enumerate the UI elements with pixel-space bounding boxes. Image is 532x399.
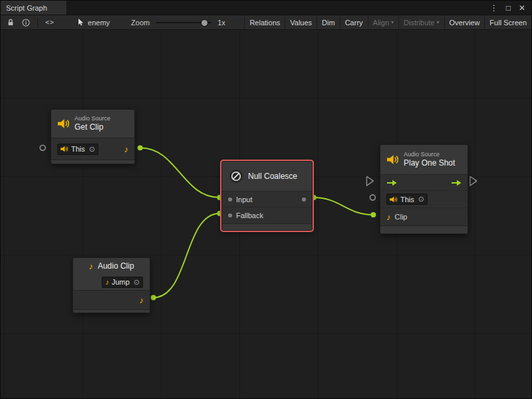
connection-endpoint[interactable] bbox=[151, 295, 156, 301]
audio-source-icon bbox=[390, 196, 398, 203]
node-footer bbox=[73, 309, 150, 313]
node-title: Null Coalesce bbox=[248, 172, 297, 181]
maximize-icon[interactable]: □ bbox=[506, 4, 511, 12]
control-input-arrow-icon[interactable] bbox=[386, 180, 397, 186]
zoom-label: Zoom bbox=[131, 19, 150, 27]
relations-button[interactable]: Relations bbox=[244, 15, 285, 29]
info-icon[interactable] bbox=[22, 19, 30, 27]
zoom-value: 1x bbox=[217, 19, 225, 27]
unconnected-input-port[interactable] bbox=[370, 195, 375, 200]
chevron-down-icon: ▾ bbox=[437, 20, 440, 25]
node-header: Audio Source Play One Shot bbox=[380, 145, 467, 174]
connection-endpoint[interactable] bbox=[138, 145, 143, 150]
node-header: Audio Source Get Clip bbox=[51, 110, 134, 138]
node-audio-clip[interactable]: ♪ Audio Clip ♪ Jump ⊙ ♪ bbox=[72, 257, 150, 313]
node-title: Play One Shot bbox=[404, 158, 455, 168]
window-controls: ⋮ □ ✕ bbox=[484, 1, 531, 15]
object-picker-icon[interactable]: ⊙ bbox=[89, 146, 95, 153]
audio-clip-port-icon[interactable]: ♪ bbox=[386, 213, 391, 221]
this-field-value: This bbox=[400, 196, 414, 203]
control-flow-row bbox=[380, 175, 467, 191]
lock-icon[interactable] bbox=[7, 19, 15, 27]
graph-toolbar: <> enemy Zoom 1x Relations Values Dim Ca… bbox=[1, 15, 531, 30]
clip-field-value: Jump bbox=[112, 278, 130, 286]
node-footer bbox=[380, 225, 467, 233]
node-row: ♪ bbox=[73, 291, 150, 309]
tab-bar: Script Graph ⋮ □ ✕ bbox=[1, 1, 531, 15]
port-label: Fallback bbox=[236, 211, 263, 219]
unconnected-input-port[interactable] bbox=[40, 145, 45, 150]
toolbar-divider bbox=[37, 18, 38, 27]
audio-clip-object-field[interactable]: ♪ Jump ⊙ bbox=[102, 277, 143, 288]
connection-wire[interactable] bbox=[314, 198, 374, 215]
zoom-control: Zoom 1x bbox=[131, 19, 225, 27]
audio-source-icon bbox=[58, 118, 70, 129]
node-header: ♪ Audio Clip bbox=[73, 258, 150, 274]
toolbar-left-group: <> bbox=[1, 18, 61, 27]
fullscreen-button[interactable]: Full Screen bbox=[484, 15, 531, 29]
distribute-button: Distribute ▾ bbox=[398, 15, 444, 29]
audio-clip-port-icon[interactable]: ♪ bbox=[124, 145, 129, 154]
node-title: Audio Clip bbox=[98, 261, 134, 271]
tab-script-graph[interactable]: Script Graph bbox=[1, 1, 67, 15]
audio-source-icon bbox=[387, 154, 399, 165]
port-label: Input bbox=[236, 196, 252, 203]
zoom-slider-handle[interactable] bbox=[201, 20, 207, 26]
node-null-coalesce[interactable]: Null Coalesce Input Fallback bbox=[221, 161, 313, 231]
node-footer bbox=[51, 160, 134, 164]
close-icon[interactable]: ✕ bbox=[519, 4, 525, 12]
null-coalesce-icon bbox=[229, 169, 243, 184]
node-row: Fallback bbox=[222, 207, 312, 223]
zoom-slider[interactable] bbox=[156, 19, 211, 27]
script-graph-window: Script Graph ⋮ □ ✕ <> enem bbox=[0, 0, 532, 399]
toolbar-buttons: Relations Values Dim Carry Align ▾ Distr… bbox=[244, 15, 531, 29]
control-output-arrow-icon[interactable] bbox=[451, 180, 462, 186]
connection-wire[interactable] bbox=[140, 148, 220, 198]
overview-button[interactable]: Overview bbox=[444, 15, 485, 29]
tab-title: Script Graph bbox=[6, 4, 47, 12]
code-view-icon[interactable]: <> bbox=[45, 19, 55, 26]
this-object-field[interactable]: This ⊙ bbox=[386, 194, 428, 205]
node-get-clip[interactable]: Audio Source Get Clip This ⊙ bbox=[51, 109, 135, 164]
cursor-icon bbox=[78, 19, 84, 26]
graph-canvas[interactable]: Audio Source Get Clip This ⊙ bbox=[1, 31, 531, 398]
port-label: Clip bbox=[395, 213, 408, 221]
node-title: Get Clip bbox=[74, 122, 110, 132]
result-port[interactable] bbox=[302, 198, 306, 201]
control-output-port[interactable] bbox=[470, 176, 477, 186]
node-row: ♪ Clip bbox=[380, 208, 467, 225]
node-category: Audio Source bbox=[404, 151, 455, 158]
graph-owner-label: enemy bbox=[88, 19, 110, 27]
object-picker-icon[interactable]: ⊙ bbox=[134, 279, 140, 286]
connection-endpoint[interactable] bbox=[370, 212, 376, 217]
node-header: Null Coalesce bbox=[222, 162, 312, 191]
node-play-one-shot[interactable]: Audio Source Play One Shot bbox=[380, 144, 468, 234]
node-row: Input bbox=[222, 192, 312, 207]
graph-owner-ref[interactable]: enemy bbox=[78, 19, 110, 27]
control-input-port[interactable] bbox=[366, 176, 373, 186]
dim-button[interactable]: Dim bbox=[317, 15, 340, 29]
this-field-value: This bbox=[71, 145, 85, 153]
node-row: This ⊙ bbox=[380, 191, 467, 208]
node-row: This ⊙ ♪ bbox=[51, 138, 134, 160]
values-button[interactable]: Values bbox=[285, 15, 317, 29]
audio-source-icon bbox=[61, 146, 68, 152]
connection-wire[interactable] bbox=[154, 213, 220, 298]
input-port[interactable] bbox=[228, 198, 232, 201]
chevron-down-icon: ▾ bbox=[391, 20, 394, 25]
fallback-port[interactable] bbox=[228, 213, 232, 217]
node-category: Audio Source bbox=[74, 115, 110, 122]
more-menu-icon[interactable]: ⋮ bbox=[490, 4, 498, 12]
node-footer bbox=[222, 223, 312, 230]
align-button: Align ▾ bbox=[368, 15, 398, 29]
this-object-field[interactable]: This ⊙ bbox=[57, 144, 98, 155]
object-picker-icon[interactable]: ⊙ bbox=[418, 196, 424, 203]
carry-button[interactable]: Carry bbox=[340, 15, 368, 29]
node-field-row: ♪ Jump ⊙ bbox=[73, 274, 150, 290]
audio-clip-port-icon[interactable]: ♪ bbox=[140, 296, 144, 305]
audio-clip-icon: ♪ bbox=[105, 279, 109, 286]
audio-clip-icon: ♪ bbox=[88, 262, 93, 271]
